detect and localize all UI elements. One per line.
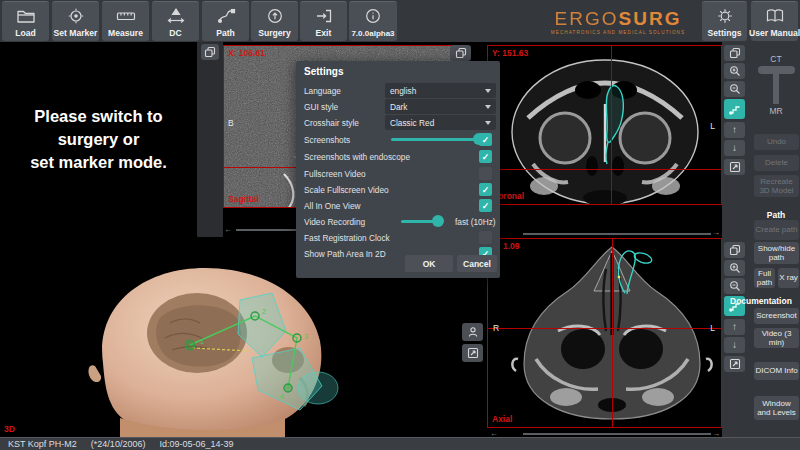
axial-top-hscrollbar[interactable]	[523, 233, 711, 235]
video-recording-value: fast (10Hz)	[455, 217, 496, 227]
crosshair-style-select[interactable]: Classic Red	[385, 115, 496, 130]
axial-fullscreen-button[interactable]	[724, 356, 745, 372]
coronal-orientation-label: L	[710, 121, 715, 131]
ruler-icon	[115, 7, 137, 25]
coronal-duplicate-button[interactable]	[724, 45, 745, 61]
zoom-in-icon	[729, 262, 741, 274]
sagittal-duplicate-button[interactable]	[450, 45, 471, 61]
video-recording-slider-knob[interactable]	[432, 215, 444, 227]
dicom-info-button[interactable]: DICOM Info	[754, 362, 799, 380]
axial-pan-right-arrow-top[interactable]: →	[712, 229, 720, 237]
mr-label: MR	[752, 106, 800, 116]
all-in-one-view-row: All In One View	[304, 199, 492, 213]
dc-button[interactable]: DC	[152, 1, 199, 41]
coronal-path-view-toggle[interactable]	[724, 99, 745, 119]
load-button[interactable]: Load	[2, 1, 49, 41]
all-in-one-view-checkbox[interactable]	[479, 199, 492, 212]
screenshots-row: Screenshots	[304, 133, 492, 147]
chevron-down-icon	[485, 105, 491, 109]
fullscreen-video-checkbox[interactable]	[479, 167, 492, 180]
path-button[interactable]: Path	[202, 1, 249, 41]
coronal-slice-up-button[interactable]: ↑	[724, 122, 745, 138]
surgery-button[interactable]: Surgery	[251, 1, 298, 41]
ct-mr-slider-track[interactable]	[773, 74, 779, 104]
folder-icon	[15, 7, 37, 25]
x-ray-button[interactable]: X ray	[778, 268, 799, 288]
axial-zoom-in-button[interactable]	[724, 260, 745, 276]
axial-slice-up-button[interactable]: ↑	[724, 319, 745, 335]
coronal-crosshair-horizontal	[488, 169, 721, 170]
screenshot-button[interactable]: Screenshot	[754, 308, 799, 324]
coronal-slice-down-button[interactable]: ↓	[724, 140, 745, 156]
settings-dialog-title: Settings	[304, 66, 343, 77]
patient-birthdate: (*24/10/2006)	[91, 439, 146, 449]
coronal-fullscreen-button[interactable]	[724, 159, 745, 175]
expand-icon	[467, 347, 479, 359]
screenshots-checkbox[interactable]	[479, 133, 492, 146]
main-toolbar: Load Set Marker Measure DC Path Surgery …	[0, 0, 800, 42]
duplicate-window-icon	[455, 47, 467, 59]
path-marker-3: 3	[304, 333, 308, 340]
set-marker-button[interactable]: Set Marker	[52, 1, 99, 41]
axial-duplicate-button[interactable]	[724, 242, 745, 258]
full-path-button[interactable]: Full path	[754, 268, 775, 288]
create-path-button: Create path	[754, 220, 799, 240]
video-button[interactable]: Video (3 min)	[754, 328, 799, 348]
showhide-path-button[interactable]: Show/hide path	[754, 242, 799, 264]
sagittal-pan-left-arrow[interactable]: ←	[224, 226, 232, 234]
book-icon	[764, 7, 786, 25]
ct-mr-slider-handle[interactable]	[758, 66, 795, 74]
ok-button[interactable]: OK	[405, 255, 453, 272]
expand-icon	[729, 358, 741, 370]
sagittal-detach-button[interactable]	[201, 44, 219, 60]
coronal-zoom-out-button[interactable]	[724, 81, 745, 97]
fast-registration-clock-checkbox[interactable]	[479, 231, 492, 244]
gui-style-row: GUI style Dark	[304, 100, 492, 114]
three-d-fullscreen-button[interactable]	[462, 344, 483, 362]
axial-zoom-out-button[interactable]	[724, 278, 745, 294]
language-select[interactable]: english	[385, 83, 496, 98]
axial-orientation-right-label: L	[710, 323, 715, 333]
version-button[interactable]: 7.0.0alpha3	[349, 1, 397, 41]
window-and-levels-button[interactable]: Window and Levels	[754, 396, 799, 420]
quadrant-divider	[197, 42, 223, 237]
mode-message-text: Please switch to surgery or set marker m…	[30, 105, 167, 174]
gui-style-select[interactable]: Dark	[385, 99, 496, 114]
compass-arrow-icon	[264, 7, 286, 25]
cancel-button[interactable]: Cancel	[457, 255, 497, 272]
path-marker-4: 4	[280, 393, 284, 400]
three-d-head-view-button[interactable]	[462, 323, 483, 341]
dc-arrows-icon	[165, 7, 187, 25]
expand-icon	[729, 161, 741, 173]
screenshots-endoscope-row: Screenshots with endoscope	[304, 150, 492, 164]
exit-icon	[313, 7, 335, 25]
ergosurg-logo: ERGOSURG MECHATRONICS AND MEDICAL SOLUTI…	[538, 9, 698, 36]
axial-bottom-hscrollbar[interactable]	[523, 433, 711, 435]
exit-button[interactable]: Exit	[300, 1, 347, 41]
video-recording-row: Video Recording fast (10Hz)	[304, 215, 492, 229]
arrow-up-icon: ↑	[732, 125, 737, 135]
status-bar: KST Kopf PH-M2 (*24/10/2006) Id:09-05-06…	[0, 437, 800, 450]
arrow-up-icon: ↑	[732, 322, 737, 332]
user-manual-button[interactable]: User Manual	[751, 1, 798, 41]
duplicate-window-icon	[204, 46, 216, 58]
sagittal-coordinate: X: 106.61	[228, 48, 265, 58]
path-marker-2: 2	[262, 308, 266, 315]
chevron-down-icon	[485, 121, 491, 125]
scale-fullscreen-video-checkbox[interactable]	[479, 183, 492, 196]
fullscreen-video-row: Fullscreen Video	[304, 167, 492, 181]
path-section-header: Path	[752, 210, 800, 220]
settings-button[interactable]: Settings	[702, 1, 747, 41]
path-steps-icon	[729, 103, 741, 115]
chevron-down-icon	[485, 89, 491, 93]
patient-name: KST Kopf PH-M2	[8, 439, 77, 449]
axial-crosshair-vertical	[612, 239, 613, 427]
axial-slice-down-button[interactable]: ↓	[724, 337, 745, 353]
measure-button[interactable]: Measure	[102, 1, 149, 41]
fast-registration-clock-row: Fast Registration Clock	[304, 231, 492, 245]
coronal-view[interactable]: Y: 151.63 L Coronal	[487, 45, 722, 205]
screenshots-slider-track[interactable]	[391, 138, 479, 141]
coronal-zoom-in-button[interactable]	[724, 63, 745, 79]
axial-view[interactable]: 1.09 R L Axial	[487, 238, 722, 428]
screenshots-endoscope-checkbox[interactable]	[479, 150, 492, 163]
